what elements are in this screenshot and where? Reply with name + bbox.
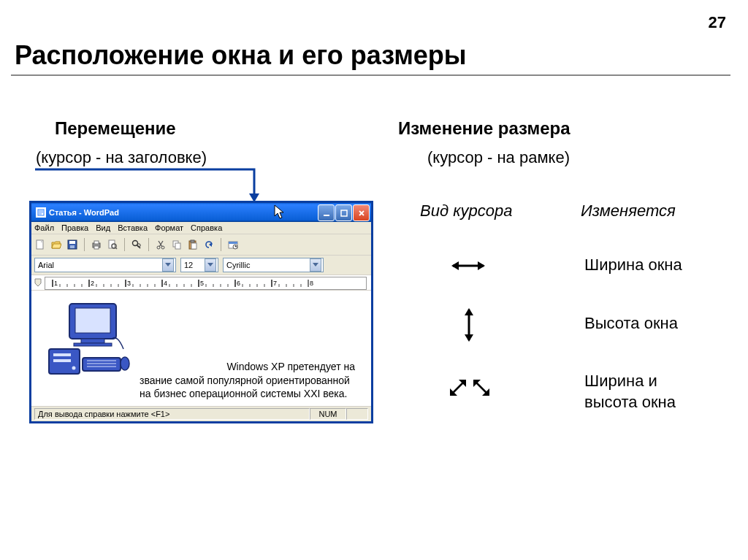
document-text: Windows XP претендует на звание самой по… <box>140 360 361 400</box>
svg-line-25 <box>115 248 117 249</box>
svg-marker-5 <box>465 334 473 342</box>
svg-text:7: 7 <box>273 280 277 287</box>
cursor-row-3-label: Ширина и высота окна <box>584 371 676 413</box>
save-icon[interactable] <box>66 239 78 250</box>
font-name-combo[interactable]: Arial <box>34 258 176 272</box>
svg-rect-18 <box>69 241 75 244</box>
slide-title: Расположение окна и его размеры <box>15 40 467 71</box>
wordpad-window: Статья - WordPad Файл Правка Вид Вставка… <box>29 201 373 423</box>
open-icon[interactable] <box>50 239 62 250</box>
svg-rect-21 <box>94 241 99 244</box>
menu-insert[interactable]: Вставка <box>118 223 148 232</box>
svg-rect-101 <box>53 359 71 362</box>
svg-marker-40 <box>165 263 171 266</box>
datetime-icon[interactable] <box>227 239 239 250</box>
cursor-row-1-label: Ширина окна <box>584 256 682 275</box>
titlebar[interactable]: Статья - WordPad <box>31 203 371 222</box>
svg-rect-98 <box>74 343 112 346</box>
svg-rect-22 <box>94 246 99 249</box>
svg-text:1: 1 <box>54 280 58 287</box>
page-number: 27 <box>709 13 726 32</box>
svg-rect-15 <box>341 210 347 216</box>
menubar: Файл Правка Вид Вставка Формат Справка <box>31 222 371 234</box>
menu-help[interactable]: Справка <box>191 223 222 232</box>
title-underline <box>11 74 730 76</box>
svg-rect-34 <box>191 240 194 242</box>
svg-text:4: 4 <box>164 280 167 287</box>
svg-rect-19 <box>70 245 75 248</box>
left-heading: Перемещение <box>55 118 176 139</box>
svg-text:2: 2 <box>91 280 94 287</box>
copy-icon[interactable] <box>171 239 183 250</box>
svg-point-29 <box>157 246 160 249</box>
status-help-text: Для вывода справки нажмите <F1> <box>34 408 310 420</box>
svg-marker-42 <box>313 263 318 266</box>
paste-icon[interactable] <box>187 239 199 250</box>
svg-point-102 <box>72 367 76 370</box>
svg-text:6: 6 <box>237 280 240 287</box>
fontbar: Arial 12 Cyrillic <box>31 256 371 275</box>
cursor-pointer-icon <box>274 204 286 220</box>
undo-icon[interactable] <box>203 239 215 250</box>
window-title: Статья - WordPad <box>49 208 119 217</box>
svg-point-30 <box>161 246 164 249</box>
menu-edit[interactable]: Правка <box>61 223 88 232</box>
left-subheading: (курсор - на заголовке) <box>36 148 207 167</box>
dropdown-icon[interactable] <box>162 258 174 272</box>
app-icon <box>36 207 46 218</box>
svg-marker-1 <box>451 261 459 270</box>
preview-icon[interactable] <box>107 239 118 250</box>
maximize-button[interactable] <box>335 204 352 221</box>
toolbar <box>31 234 371 256</box>
ruler-marker-icon <box>33 276 45 289</box>
find-icon[interactable] <box>131 239 142 250</box>
svg-marker-41 <box>207 263 213 266</box>
menu-view[interactable]: Вид <box>96 223 110 232</box>
cut-icon[interactable] <box>155 239 167 250</box>
script-combo[interactable]: Cyrillic <box>223 258 324 272</box>
svg-rect-35 <box>191 243 196 249</box>
cursor-table-col-2: Изменяется <box>581 202 676 220</box>
statusbar: Для вывода справки нажмите <F1> NUM <box>31 406 371 421</box>
svg-rect-97 <box>81 339 104 343</box>
svg-text:5: 5 <box>200 280 204 287</box>
svg-marker-4 <box>465 308 473 315</box>
right-heading: Изменение размера <box>398 118 570 139</box>
close-button[interactable] <box>353 204 370 221</box>
dropdown-icon[interactable] <box>205 258 216 272</box>
ruler: 12345678 <box>31 275 371 291</box>
svg-rect-96 <box>75 308 110 333</box>
svg-rect-14 <box>324 215 329 216</box>
svg-rect-100 <box>53 353 71 356</box>
svg-text:3: 3 <box>127 280 131 287</box>
cursor-table-col-1: Вид курсора <box>420 202 513 220</box>
menu-file[interactable]: Файл <box>34 223 54 232</box>
svg-rect-32 <box>175 243 180 249</box>
print-icon[interactable] <box>91 239 102 250</box>
font-size-value: 12 <box>184 261 193 269</box>
minimize-button[interactable] <box>318 204 335 221</box>
document-area[interactable]: Windows XP претендует на звание самой по… <box>31 291 371 406</box>
cursor-horizontal-icon <box>450 258 486 276</box>
status-num-indicator: NUM <box>310 408 346 420</box>
new-icon[interactable] <box>34 239 46 250</box>
svg-marker-36 <box>209 242 212 247</box>
svg-point-107 <box>121 357 129 370</box>
svg-rect-38 <box>229 242 237 244</box>
cursor-row-2-label: Высота окна <box>584 314 678 333</box>
computer-illustration <box>45 298 132 378</box>
font-name-value: Arial <box>38 261 54 269</box>
dropdown-icon[interactable] <box>310 258 321 272</box>
svg-marker-43 <box>35 279 41 286</box>
right-subheading: (курсор - на рамке) <box>427 148 570 167</box>
font-size-combo[interactable]: 12 <box>180 258 218 272</box>
cursor-vertical-icon <box>462 307 476 346</box>
svg-text:8: 8 <box>310 280 313 287</box>
menu-format[interactable]: Формат <box>155 223 183 232</box>
script-value: Cyrillic <box>226 261 250 269</box>
cursor-diagonal-icon <box>444 372 495 404</box>
svg-marker-2 <box>478 261 485 270</box>
svg-rect-103 <box>83 358 121 371</box>
